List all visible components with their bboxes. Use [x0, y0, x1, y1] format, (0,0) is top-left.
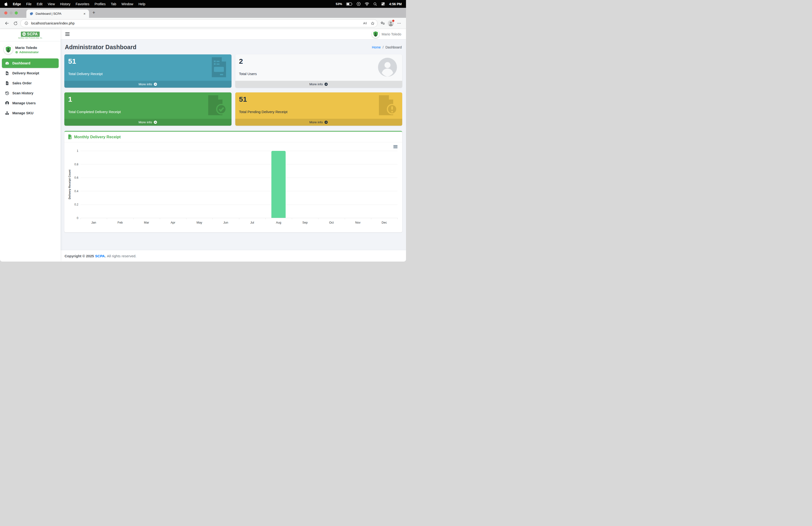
x-axis-label-mar: Mar — [133, 221, 160, 224]
control-center-icon[interactable] — [381, 2, 385, 6]
bar-column-jul — [239, 151, 265, 218]
bar-column-aug — [265, 151, 292, 218]
x-axis-label-oct: Oct — [318, 221, 345, 224]
sidebar-item-sales-order[interactable]: Sales Order — [2, 79, 59, 88]
menubar-item-window[interactable]: Window — [119, 2, 136, 6]
stat-cards: 51 Total Delivery Receipt More info — [64, 54, 402, 126]
y-tick-label: 1 — [77, 149, 78, 153]
x-tick-mark — [213, 218, 213, 219]
arrow-circle-right-icon — [324, 83, 328, 86]
bar-column-may — [186, 151, 213, 218]
menubar-item-edit[interactable]: Edit — [34, 2, 45, 6]
history-icon — [5, 91, 10, 96]
sidebar-toggle-hamburger-icon[interactable] — [65, 32, 70, 35]
menubar-item-favorites[interactable]: Favorites — [73, 2, 92, 6]
back-icon[interactable] — [3, 20, 11, 27]
app-topbar: Mario Toledo — [60, 29, 406, 40]
sidebar-user-role: Administrator — [15, 51, 39, 54]
y-tick-label: 0 — [77, 216, 78, 220]
browser-profile-avatar[interactable] — [388, 20, 394, 27]
wifi-icon[interactable] — [365, 2, 369, 6]
profile-notification-dot — [392, 20, 394, 22]
menubar-item-help[interactable]: Help — [136, 2, 148, 6]
macos-menubar: EdgeFileEditViewHistoryFavoritesProfiles… — [0, 0, 406, 8]
footer-brand-link[interactable]: SCPA — [95, 254, 105, 258]
user-icon — [377, 57, 397, 77]
page-title: Administrator Dashboard — [65, 44, 136, 51]
url-text[interactable]: localhost/sanicare/index.php — [31, 22, 360, 25]
y-tick-label: 0.8 — [74, 163, 78, 166]
menubar-item-history[interactable]: History — [57, 2, 73, 6]
battery-icon — [346, 2, 352, 6]
arrow-circle-right-icon — [154, 120, 157, 124]
sidebar-item-manage-sku[interactable]: Manage SKU — [2, 108, 59, 118]
address-bar[interactable]: localhost/sanicare/index.php — [20, 19, 377, 27]
scpa-app: SCPA Sanitary Care Products Asia, Inc. M… — [0, 29, 406, 261]
card-value: 1 — [68, 96, 228, 103]
browser-toolbar: localhost/sanicare/index.php — [0, 18, 406, 29]
play-status-icon[interactable] — [357, 2, 361, 6]
chart-plot-area — [81, 151, 397, 218]
brand-logo[interactable]: SCPA Sanitary Care Products Asia, Inc. — [0, 29, 60, 41]
app-footer: Copyright © 2025 SCPA. All rights reserv… — [60, 250, 406, 261]
main-panel: Mario Toledo Administrator Dashboard Hom… — [60, 29, 406, 261]
sidebar-item-scan-history[interactable]: Scan History — [2, 88, 59, 98]
sidebar-user-panel: Mario Toledo Administrator — [0, 41, 60, 57]
browser-menu-ellipsis-icon[interactable] — [395, 20, 403, 27]
menubar-item-profiles[interactable]: Profiles — [92, 2, 108, 6]
y-tick-label: 0.6 — [74, 176, 78, 179]
zoom-window-button[interactable] — [15, 11, 18, 14]
breadcrumb-current: Dashboard — [386, 45, 402, 49]
card-total-pending-delivery-receipt: 51 Total Pending Delivery Receipt More i… — [235, 93, 403, 126]
menubar-item-tab[interactable]: Tab — [108, 2, 119, 6]
browser-tab-active[interactable]: Dashboard | SCPA × — [26, 10, 89, 18]
read-aloud-icon[interactable] — [362, 20, 368, 26]
apple-menu-icon[interactable] — [4, 2, 8, 6]
card-label: Total Completed Delivery Receipt — [68, 110, 228, 114]
card-total-delivery-receipt: 51 Total Delivery Receipt More info — [64, 54, 232, 88]
tab-close-icon[interactable]: × — [82, 12, 87, 16]
card-value: 51 — [68, 57, 228, 65]
spotlight-search-icon[interactable] — [373, 2, 377, 6]
new-tab-button[interactable]: + — [92, 10, 95, 16]
chart-menu-icon[interactable] — [393, 145, 397, 148]
collections-icon[interactable] — [379, 20, 386, 27]
x-axis-label-apr: Apr — [160, 221, 186, 224]
more-info-link[interactable]: More info — [235, 119, 403, 126]
bar-column-nov — [345, 151, 371, 218]
footer-copyright: Copyright © 2025 — [64, 254, 94, 258]
menubar-item-file[interactable]: File — [24, 2, 34, 6]
x-axis-label-may: May — [186, 221, 213, 224]
x-axis-label-jan: Jan — [81, 221, 107, 224]
sidebar-item-delivery-receipt[interactable]: Delivery Receipt — [2, 68, 59, 78]
more-info-link[interactable]: More info — [64, 119, 232, 126]
file-lines-icon — [5, 81, 10, 86]
chart-body: Delivery Receipt Count 10.80.60.40.20 Ja… — [64, 142, 402, 232]
more-info-link[interactable]: More info — [64, 81, 232, 88]
close-window-button[interactable] — [4, 11, 8, 14]
site-info-icon[interactable] — [24, 20, 29, 26]
menubar-item-edge[interactable]: Edge — [10, 2, 24, 6]
sidebar-user-name[interactable]: Mario Toledo — [15, 46, 39, 49]
menubar-item-view[interactable]: View — [45, 2, 57, 6]
bar-aug[interactable] — [271, 151, 286, 218]
sidebar-item-manage-users[interactable]: Manage Users — [2, 98, 59, 108]
menubar-menus: EdgeFileEditViewHistoryFavoritesProfiles… — [10, 2, 148, 6]
x-axis-labels: JanFebMarAprMayJunJulAugSepOctNovDec — [81, 221, 397, 224]
breadcrumb-home-link[interactable]: Home — [372, 45, 381, 49]
x-axis-label-dec: Dec — [371, 221, 397, 224]
bar-column-oct — [318, 151, 345, 218]
x-tick-mark — [265, 218, 266, 219]
sidebar: SCPA Sanitary Care Products Asia, Inc. M… — [0, 29, 60, 261]
card-label: Total Users — [239, 72, 398, 76]
topbar-user[interactable]: Mario Toledo — [372, 30, 401, 38]
boxes-icon — [5, 111, 10, 115]
menubar-clock: 4:56 PM — [389, 2, 402, 6]
card-total-completed-delivery-receipt: 1 Total Completed Delivery Receipt More … — [64, 93, 232, 126]
more-info-link[interactable]: More info — [235, 81, 403, 88]
refresh-icon[interactable] — [12, 20, 19, 27]
minimize-window-button[interactable] — [10, 11, 13, 14]
globe-icon — [15, 51, 18, 54]
favorite-star-icon[interactable] — [370, 20, 375, 26]
sidebar-item-dashboard[interactable]: Dashboard — [2, 58, 59, 68]
